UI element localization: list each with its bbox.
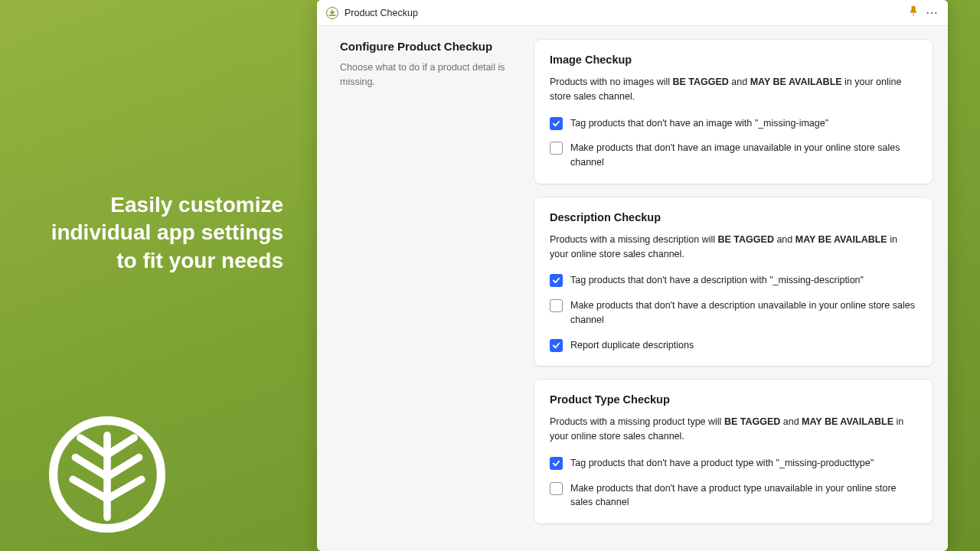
svg-line-5: [107, 458, 139, 478]
card-description: Products with no images will BE TAGGED a…: [550, 75, 917, 104]
checkbox-label: Make products that don't have a product …: [570, 481, 917, 510]
checkbox-label: Tag products that don't have a product t…: [570, 456, 874, 471]
app-panel: Product Checkup ⋯ Configure Product Chec…: [317, 0, 948, 551]
panel-body: Configure Product Checkup Choose what to…: [317, 26, 948, 551]
checkbox-row[interactable]: Make products that don't have an image u…: [550, 141, 917, 170]
panel-header: Product Checkup ⋯: [317, 0, 948, 26]
checkbox[interactable]: [550, 117, 563, 130]
checkbox-row[interactable]: Report duplicate descriptions: [550, 338, 917, 353]
settings-card: Product Type CheckupProducts with a miss…: [534, 380, 933, 523]
settings-cards: Image CheckupProducts with no images wil…: [534, 40, 933, 551]
config-sidebar: Configure Product Checkup Choose what to…: [340, 40, 516, 551]
checkbox-row[interactable]: Tag products that don't have a product t…: [550, 456, 917, 471]
checkbox[interactable]: [550, 339, 563, 352]
promo-headline: Easily customize individual app settings…: [51, 191, 283, 275]
checkbox[interactable]: [550, 457, 563, 470]
card-description: Products with a missing product type wil…: [550, 415, 917, 444]
checkbox-label: Make products that don't have an image u…: [570, 141, 917, 170]
checkbox-label: Make products that don't have a descript…: [570, 298, 917, 328]
promo-line-3: to fit your needs: [51, 247, 283, 275]
svg-line-2: [80, 438, 107, 455]
settings-card: Image CheckupProducts with no images wil…: [534, 40, 933, 184]
config-heading: Configure Product Checkup: [340, 40, 516, 53]
checkbox[interactable]: [550, 274, 563, 287]
checkbox-row[interactable]: Tag products that don't have an image wi…: [550, 116, 917, 131]
svg-line-3: [107, 438, 134, 455]
svg-line-6: [73, 479, 107, 499]
checkbox-row[interactable]: Make products that don't have a descript…: [550, 298, 917, 328]
checkbox[interactable]: [550, 299, 563, 312]
more-icon[interactable]: ⋯: [926, 5, 939, 20]
promo-background: Easily customize individual app settings…: [0, 0, 980, 551]
checkbox-label: Report duplicate descriptions: [570, 338, 694, 353]
card-title: Image Checkup: [550, 54, 917, 66]
settings-card: Description CheckupProducts with a missi…: [534, 197, 933, 367]
app-icon: [326, 7, 338, 19]
svg-line-4: [75, 458, 107, 478]
pin-icon[interactable]: [909, 6, 918, 19]
card-title: Description Checkup: [550, 211, 917, 223]
svg-line-7: [107, 479, 142, 499]
card-title: Product Type Checkup: [550, 393, 917, 406]
checkbox-label: Tag products that don't have a descripti…: [570, 273, 864, 288]
card-description: Products with a missing description will…: [550, 233, 917, 262]
promo-line-2: individual app settings: [51, 219, 283, 246]
checkbox[interactable]: [550, 482, 563, 495]
config-subtext: Choose what to do if a product detail is…: [340, 60, 516, 90]
checkbox[interactable]: [550, 142, 563, 155]
promo-line-1: Easily customize: [51, 191, 283, 219]
checkbox-label: Tag products that don't have an image wi…: [570, 116, 828, 131]
checkbox-row[interactable]: Make products that don't have a product …: [550, 481, 917, 510]
checkbox-row[interactable]: Tag products that don't have a descripti…: [550, 273, 917, 288]
panel-title: Product Checkup: [345, 8, 418, 18]
brand-logo: [46, 413, 168, 536]
